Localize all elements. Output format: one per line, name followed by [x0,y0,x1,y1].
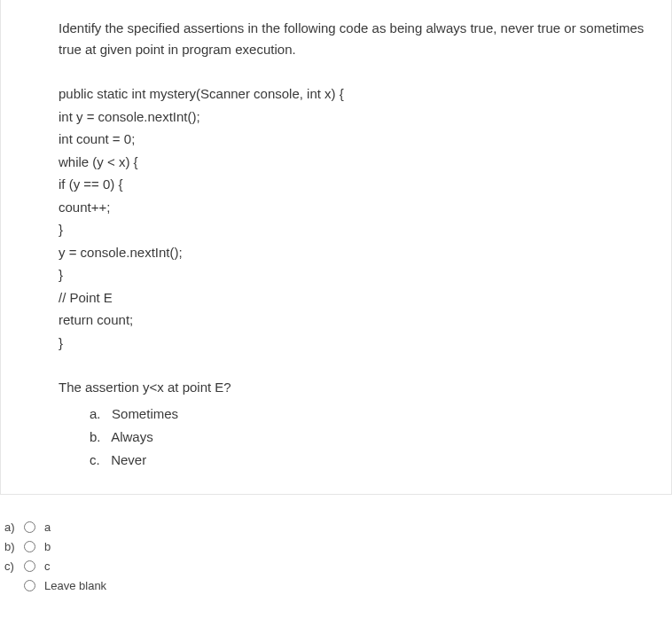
radio-option-c[interactable] [24,560,35,572]
assertion-option-label: b. [90,429,101,444]
code-line: return count; [59,309,645,332]
code-line: } [59,218,645,241]
assertion-options-list: a. Sometimes b. Always c. Never [59,403,645,473]
answer-row-b: b) b [4,536,672,556]
assertion-option-label: a. [90,406,101,421]
assertion-option: c. Never [90,449,645,472]
code-line: count++; [59,196,645,219]
answer-label: c) [4,560,24,573]
answer-label: a) [4,521,24,534]
answer-text: a [44,521,51,534]
assertion-option-text: Never [111,452,146,467]
question-intro: Identify the specified assertions in the… [59,18,645,60]
assertion-option: b. Always [90,426,645,449]
code-line: while (y < x) { [59,151,645,174]
assertion-option-text: Sometimes [112,406,178,421]
code-line: int count = 0; [59,128,645,151]
answer-text: c [44,560,51,573]
answer-row-a: a) a [4,517,672,536]
assertion-option-text: Always [111,429,153,444]
question-container: Identify the specified assertions in the… [0,0,672,495]
assertion-option-label: c. [90,452,100,467]
code-line: } [59,332,645,355]
radio-option-blank[interactable] [24,580,35,591]
code-line: } [59,263,645,286]
radio-option-b[interactable] [24,541,35,552]
radio-option-a[interactable] [24,521,35,533]
answer-row-c: c) c [4,556,672,575]
assertion-question: The assertion y<x at point E? [59,376,645,399]
answer-row-blank: Leave blank [4,575,672,595]
answer-label: b) [4,540,24,553]
answer-section: a) a b) b c) c Leave blank [0,513,672,604]
code-line: public static int mystery(Scanner consol… [59,82,645,106]
code-block: public static int mystery(Scanner consol… [59,82,645,354]
code-line: if (y == 0) { [59,173,645,196]
code-line: // Point E [59,286,645,309]
answer-text: b [44,540,51,553]
leave-blank-text: Leave blank [44,579,106,592]
assertion-option: a. Sometimes [90,403,645,426]
code-line: int y = console.nextInt(); [59,106,645,129]
code-line: y = console.nextInt(); [59,241,645,264]
